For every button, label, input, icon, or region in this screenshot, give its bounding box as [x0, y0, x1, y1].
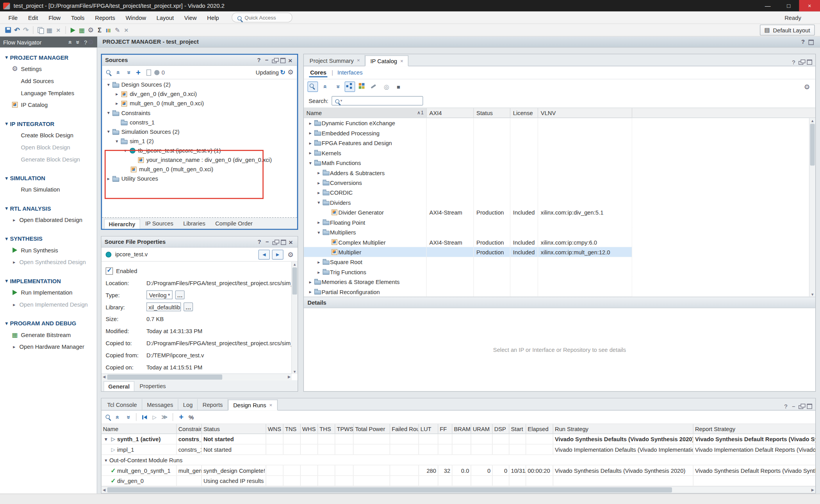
column-tpws[interactable]: TPWS	[335, 424, 353, 433]
column-elapsed[interactable]: Elapsed	[526, 424, 553, 433]
close-icon[interactable]	[287, 238, 294, 246]
chevron-right-icon[interactable]	[114, 91, 120, 96]
collapse-all-icon[interactable]	[67, 38, 73, 46]
chevron-down-icon[interactable]	[316, 229, 322, 234]
scroll-up-icon[interactable]: ▲	[292, 262, 298, 267]
ip-row-cordic[interactable]: CORDIC	[304, 188, 815, 197]
column-run-strategy[interactable]: Run Strategy	[553, 424, 693, 433]
chevron-down-icon[interactable]	[105, 110, 112, 115]
sidebar-item-open-synthesized-design[interactable]: Open Synthesized Design	[0, 256, 97, 268]
collapse-all-icon[interactable]	[321, 82, 330, 91]
board-icon[interactable]	[46, 26, 53, 34]
menu-view[interactable]: View	[179, 13, 201, 22]
section-program-and-debug[interactable]: PROGRAM AND DEBUG	[0, 318, 97, 328]
help-icon[interactable]	[799, 38, 807, 46]
chevron-right-icon[interactable]	[307, 289, 314, 294]
hierarchy-view-icon[interactable]	[345, 82, 355, 92]
maximize-button[interactable]: □	[778, 0, 799, 11]
subtab-interfaces[interactable]: Interfaces	[337, 69, 363, 76]
column-ff[interactable]: FF	[438, 424, 452, 433]
chevron-right-icon[interactable]	[307, 279, 314, 284]
chevron-right-icon[interactable]	[307, 130, 314, 135]
menu-tools[interactable]: Tools	[66, 13, 90, 22]
scroll-right-icon[interactable]: ▶	[810, 487, 815, 493]
chevron-right-icon[interactable]	[316, 170, 322, 175]
sidebar-item-language-templates[interactable]: Language Templates	[0, 87, 97, 99]
section-ip-integrator[interactable]: IP INTEGRATOR	[0, 119, 97, 129]
sidebar-item-run-implementation[interactable]: Run Implementation	[0, 286, 97, 298]
column-tns[interactable]: TNS	[283, 424, 301, 433]
sidebar-item-create-block-design[interactable]: Create Block Design	[0, 129, 97, 141]
float-icon[interactable]	[271, 56, 278, 64]
section-synthesis[interactable]: SYNTHESIS	[0, 233, 97, 244]
ip-row-embedded-processing[interactable]: Embedded Processing	[304, 128, 815, 138]
type-browse-button[interactable]	[175, 290, 185, 299]
run-icon[interactable]	[69, 26, 77, 34]
tab-messages[interactable]: Messages	[142, 399, 178, 410]
ip-row-multipliers[interactable]: Multipliers	[304, 227, 815, 237]
tab-libraries[interactable]: Libraries	[178, 218, 210, 229]
chevron-down-icon[interactable]	[103, 457, 109, 462]
ip-row-multiplier[interactable]: MultiplierProductionIncludedxilinx.com:i…	[304, 247, 815, 257]
subtab-cores[interactable]: Cores	[309, 68, 328, 77]
settings-icon[interactable]	[87, 26, 94, 34]
sidebar-item-open-implemented-design[interactable]: Open Implemented Design	[0, 298, 97, 310]
column-start[interactable]: Start	[509, 424, 526, 433]
maximize-icon[interactable]	[806, 402, 813, 410]
tab-properties[interactable]: Properties	[135, 381, 170, 391]
ip-row-fpga-features[interactable]: FPGA Features and Design	[304, 138, 815, 147]
chevron-right-icon[interactable]	[307, 140, 314, 145]
search-icon[interactable]	[308, 82, 318, 92]
chevron-right-icon[interactable]	[307, 121, 314, 126]
run-row-synth-1[interactable]: synth_1 (active) constrs_1 Not started V…	[102, 434, 815, 445]
ip-row-complex-multiplier[interactable]: Complex MultiplierAXI4-StreamProductionI…	[304, 237, 815, 247]
add-sources-icon[interactable]	[134, 68, 142, 76]
menu-reports[interactable]: Reports	[90, 13, 120, 22]
ip-row-memories-storage[interactable]: Memories & Storage Elements	[304, 277, 815, 287]
column-uram[interactable]: URAM	[471, 424, 493, 433]
close-icon[interactable]	[287, 56, 294, 64]
sidebar-item-run-synthesis[interactable]: Run Synthesis	[0, 244, 97, 256]
minimize-icon[interactable]	[264, 238, 271, 246]
chevron-down-icon[interactable]	[114, 138, 120, 144]
tab-hierarchy[interactable]: Hierarchy	[104, 219, 140, 229]
ip-row-dynamic-function-exchange[interactable]: Dynamic Function eXchange	[304, 118, 815, 128]
tree-row-design-sources[interactable]: Design Sources (2)	[102, 80, 297, 89]
redo-icon[interactable]	[22, 26, 30, 34]
library-input[interactable]: xil_defaultlib	[146, 302, 181, 311]
float-icon[interactable]	[271, 238, 279, 246]
minimize-button[interactable]: —	[757, 0, 778, 11]
maximize-icon[interactable]	[807, 38, 815, 46]
horizontal-scrollbar[interactable]: ◀ ▶	[102, 373, 292, 380]
close-icon[interactable]	[122, 26, 130, 34]
delete-icon[interactable]	[54, 26, 62, 34]
file-icon[interactable]	[144, 68, 152, 76]
ip-row-divider-generator[interactable]: Divider GeneratorAXI4-StreamProductionIn…	[304, 208, 815, 217]
help-icon[interactable]	[790, 58, 797, 66]
sidebar-item-generate-bitstream[interactable]: Generate Bitstream	[0, 328, 97, 341]
chevron-down-icon[interactable]	[316, 200, 322, 205]
column-name[interactable]: Name	[102, 424, 177, 433]
menu-flow[interactable]: Flow	[43, 13, 66, 22]
maximize-icon[interactable]	[806, 58, 813, 66]
sidebar-item-generate-block-design[interactable]: Generate Block Design	[0, 153, 97, 165]
ip-search-input[interactable]: ▾	[332, 96, 423, 105]
column-whs[interactable]: WHS	[301, 424, 318, 433]
save-icon[interactable]	[4, 26, 12, 34]
run-group-out-of-context[interactable]: Out-of-Context Module Runs	[102, 455, 815, 465]
scrollbar-thumb[interactable]	[107, 374, 223, 380]
sidebar-item-ip-catalog[interactable]: IP Catalog	[0, 99, 97, 111]
column-total-power[interactable]: Total Power	[353, 424, 390, 433]
section-implementation[interactable]: IMPLEMENTATION	[0, 276, 97, 286]
column-constraints[interactable]: Constraints	[177, 424, 202, 433]
tree-row-constraints[interactable]: Constraints	[102, 108, 297, 117]
sources-panel-header[interactable]: Sources	[102, 55, 297, 66]
ip-row-adders-subtracters[interactable]: Adders & Subtracters	[304, 168, 815, 177]
tree-row-sim-1[interactable]: sim_1 (2)	[102, 136, 297, 146]
chevron-down-icon[interactable]	[307, 160, 314, 165]
minimize-icon[interactable]	[790, 402, 797, 410]
tab-ip-catalog[interactable]: IP Catalog×	[365, 55, 408, 66]
stop-icon[interactable]	[394, 82, 403, 91]
chart-icon[interactable]	[105, 26, 112, 34]
scrollbar-thumb[interactable]	[107, 487, 672, 492]
